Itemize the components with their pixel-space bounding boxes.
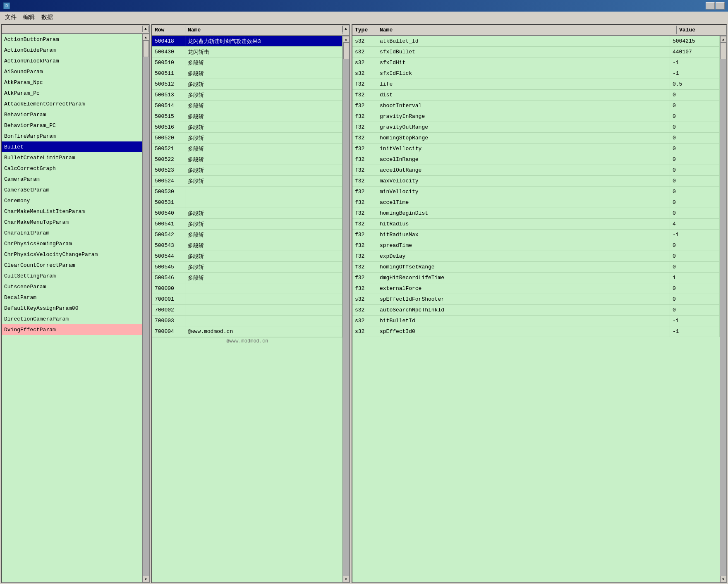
table-row[interactable]: 500418龙闪蓄力斩击时剑气攻击效果3	[152, 36, 342, 47]
value-cell[interactable]: 0	[670, 187, 720, 197]
table-row[interactable]: f32maxVellocity0	[352, 176, 720, 187]
sidebar-item[interactable]: CultSettingParam	[2, 270, 142, 281]
table-row[interactable]: f32accelInRange0	[352, 154, 720, 165]
menu-data[interactable]: 数据	[38, 12, 56, 22]
value-cell[interactable]: 0	[670, 111, 720, 122]
mid-scroll-track[interactable]	[343, 43, 350, 576]
mid-scroll-up[interactable]: ▲	[343, 36, 350, 43]
table-row[interactable]: 700000	[152, 283, 342, 294]
value-cell[interactable]: 0	[670, 154, 720, 165]
sidebar-item[interactable]: Ceremony	[2, 195, 142, 206]
value-cell[interactable]: 0	[670, 208, 720, 218]
table-row[interactable]: 500540多段斩	[152, 208, 342, 219]
sidebar-item[interactable]: ClearCountCorrectParam	[2, 260, 142, 270]
sidebar-item[interactable]: CutsceneParam	[2, 281, 142, 292]
table-row[interactable]: 500543多段斩	[152, 240, 342, 251]
value-cell[interactable]: 5004215	[670, 36, 720, 46]
table-row[interactable]: 500531	[152, 197, 342, 208]
table-row[interactable]: s32spEffectIdForShooter0	[352, 294, 720, 305]
table-row[interactable]: 500430龙闪斩击	[152, 47, 342, 57]
table-row[interactable]: f32dist0	[352, 90, 720, 101]
value-cell[interactable]: -1	[670, 68, 720, 79]
mid-scrollbar[interactable]: ▲ ▼	[342, 36, 349, 582]
sidebar-item[interactable]: BehaviorParam	[2, 109, 142, 120]
table-row[interactable]: s32sfxIdFlick-1	[352, 68, 720, 79]
left-scroll-thumb[interactable]	[143, 41, 149, 57]
mid-scroll-down[interactable]: ▼	[343, 576, 350, 582]
table-row[interactable]: f32life0.5	[352, 79, 720, 90]
mid-scroll-thumb[interactable]	[343, 43, 349, 59]
table-row[interactable]: f32hitRadiusMax-1	[352, 230, 720, 240]
table-row[interactable]: f32gravityInRange0	[352, 111, 720, 122]
sidebar-item[interactable]: CalcCorrectGraph	[2, 163, 142, 174]
right-scrollbar[interactable]: ▲ ▼	[720, 36, 726, 582]
sidebar-item[interactable]: DecalParam	[2, 292, 142, 303]
value-cell[interactable]: 0	[670, 144, 720, 154]
table-row[interactable]: s32sfxIdHit-1	[352, 57, 720, 68]
table-row[interactable]: f32hitRadius4	[352, 219, 720, 230]
mid-scroll-up-arrow[interactable]: ▲	[342, 26, 349, 32]
table-row[interactable]: 500542多段斩	[152, 230, 342, 240]
minimize-button[interactable]	[706, 2, 715, 10]
table-row[interactable]: s32spEffectId0-1	[352, 326, 720, 337]
value-cell[interactable]: 0	[670, 176, 720, 186]
sidebar-item[interactable]: ChrPhysicsHomingParam	[2, 238, 142, 249]
sidebar-item[interactable]: AiSoundParam	[2, 66, 142, 77]
right-scroll-up[interactable]: ▲	[720, 36, 727, 43]
sidebar-item[interactable]: CameraParam	[2, 174, 142, 184]
table-row[interactable]: 700001	[152, 294, 342, 305]
value-cell[interactable]: 0	[670, 262, 720, 272]
value-cell[interactable]: 0	[670, 133, 720, 143]
sidebar-item[interactable]: CharMakeMenuTopParam	[2, 217, 142, 227]
table-row[interactable]: f32initVellocity0	[352, 144, 720, 154]
table-row[interactable]: 700002	[152, 305, 342, 316]
sidebar-item[interactable]: AtkParam_Pc	[2, 88, 142, 98]
sidebar-item[interactable]: ActionButtonParam	[2, 34, 142, 45]
table-row[interactable]: 500522多段斩	[152, 154, 342, 165]
value-cell[interactable]: 0	[670, 101, 720, 111]
right-scroll-down[interactable]: ▼	[720, 576, 727, 582]
table-row[interactable]: 500516多段斩	[152, 122, 342, 133]
table-row[interactable]: f32accelOutRange0	[352, 165, 720, 176]
table-row[interactable]: 500523多段斩	[152, 165, 342, 176]
sidebar-item[interactable]: CharMakeMenuListItemParam	[2, 206, 142, 217]
table-row[interactable]: f32homingOffsetRange0	[352, 262, 720, 273]
table-row[interactable]: f32dmgHitRecordLifeTime1	[352, 273, 720, 283]
table-row[interactable]: 500546多段斩	[152, 273, 342, 283]
value-cell[interactable]: -1	[670, 57, 720, 68]
value-cell[interactable]: -1	[670, 326, 720, 337]
sidebar-item[interactable]: CameraSetParam	[2, 184, 142, 195]
value-cell[interactable]: 0	[670, 294, 720, 304]
table-row[interactable]: f32expDelay0	[352, 251, 720, 262]
value-cell[interactable]: 0	[670, 90, 720, 100]
sidebar-item[interactable]: AtkParam_Npc	[2, 77, 142, 88]
table-row[interactable]: 500510多段斩	[152, 57, 342, 68]
sidebar-item[interactable]: BulletCreateLimitParam	[2, 152, 142, 163]
table-row[interactable]: 500515多段斩	[152, 111, 342, 122]
value-cell[interactable]: 0	[670, 240, 720, 251]
value-cell[interactable]: 0	[670, 165, 720, 175]
value-cell[interactable]: 4	[670, 219, 720, 229]
right-scroll-thumb[interactable]	[721, 43, 726, 59]
sidebar-item[interactable]: BehaviorParam_PC	[2, 120, 142, 131]
table-row[interactable]: 500512多段斩	[152, 79, 342, 90]
sidebar-item[interactable]: ActionGuideParam	[2, 45, 142, 55]
table-row[interactable]: 500541多段斩	[152, 219, 342, 230]
table-row[interactable]: f32homingStopRange0	[352, 133, 720, 144]
table-row[interactable]: 500524多段斩	[152, 176, 342, 187]
value-cell[interactable]: 0	[670, 197, 720, 208]
table-row[interactable]: f32accelTime0	[352, 197, 720, 208]
sidebar-item[interactable]: ActionUnlockParam	[2, 55, 142, 66]
close-button[interactable]	[716, 2, 725, 10]
value-cell[interactable]: 440107	[670, 47, 720, 57]
sidebar-item[interactable]: BonfireWarpParam	[2, 131, 142, 141]
table-row[interactable]: s32sfxIdBullet440107	[352, 47, 720, 57]
table-row[interactable]: 500521多段斩	[152, 144, 342, 154]
left-scrollbar[interactable]: ▲ ▼	[142, 34, 149, 582]
value-cell[interactable]: 0	[670, 251, 720, 261]
menu-edit[interactable]: 编辑	[20, 12, 38, 22]
table-row[interactable]: f32gravityOutRange0	[352, 122, 720, 133]
table-row[interactable]: 500530	[152, 187, 342, 197]
value-cell[interactable]: 0.5	[670, 79, 720, 89]
right-scroll-track[interactable]	[720, 43, 727, 576]
